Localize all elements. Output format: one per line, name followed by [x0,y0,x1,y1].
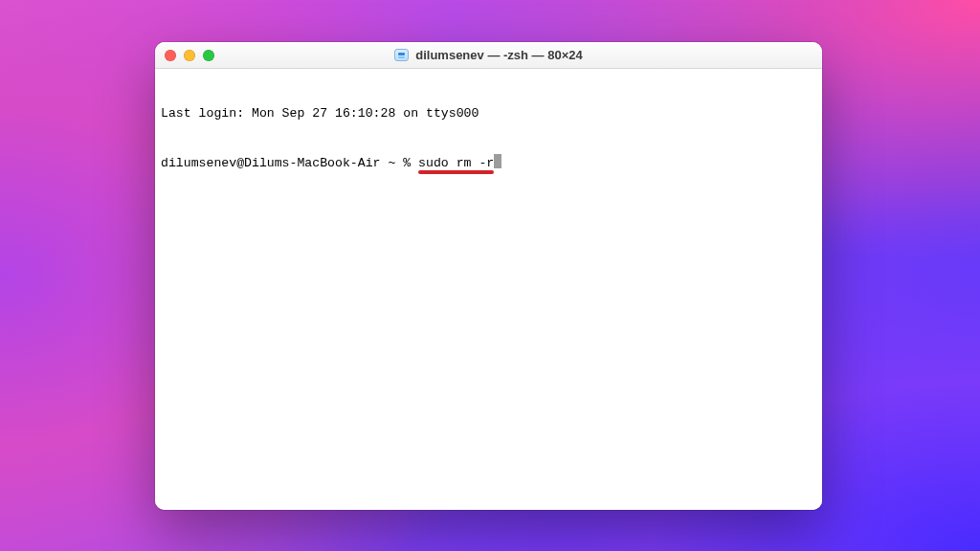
terminal-window: dilumsenev — ‑zsh — 80×24 Last login: Mo… [155,42,822,510]
annotation-underline [418,170,494,174]
terminal-folder-icon [394,49,409,61]
prompt-line: dilumsenev@Dilums-MacBook-Air ~ % sudo r… [161,154,816,171]
text-cursor [494,154,501,168]
typed-command-text: sudo rm -r [418,156,494,170]
minimize-button[interactable] [184,50,195,61]
traffic-lights [155,42,214,68]
terminal-viewport[interactable]: Last login: Mon Sep 27 16:10:28 on ttys0… [155,69,822,510]
window-title: dilumsenev — ‑zsh — 80×24 [394,48,582,62]
window-title-text: dilumsenev — ‑zsh — 80×24 [415,48,582,62]
typed-command: sudo rm -r [418,155,494,171]
zoom-button[interactable] [203,50,214,61]
shell-prompt: dilumsenev@Dilums-MacBook-Air ~ % [161,156,418,170]
close-button[interactable] [165,50,176,61]
last-login-line: Last login: Mon Sep 27 16:10:28 on ttys0… [161,105,816,121]
titlebar[interactable]: dilumsenev — ‑zsh — 80×24 [155,42,822,69]
